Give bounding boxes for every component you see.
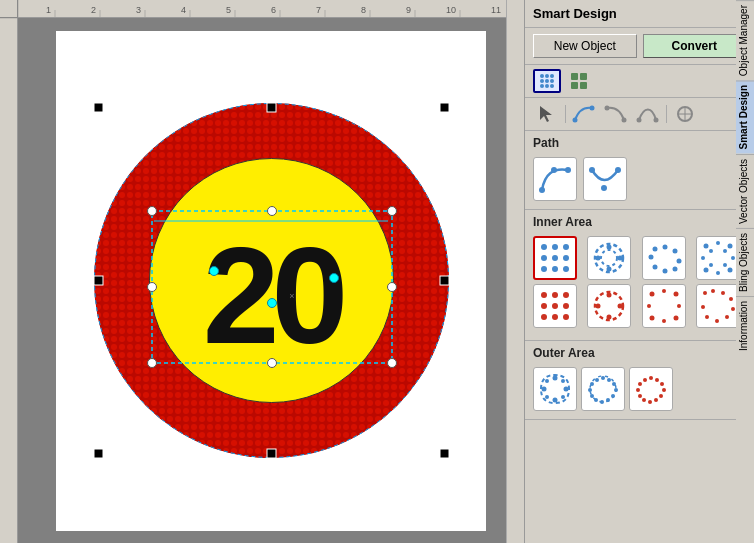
svg-point-94: [601, 250, 617, 266]
inner-pattern-6[interactable]: [587, 284, 631, 328]
ruler-corner: [0, 0, 18, 18]
svg-point-69: [573, 118, 578, 123]
svg-marker-68: [540, 106, 552, 122]
svg-point-161: [612, 382, 616, 386]
svg-point-147: [715, 319, 719, 323]
inner-area-section: Inner Area: [525, 210, 754, 341]
svg-point-56: [545, 74, 549, 78]
svg-point-144: [729, 297, 733, 301]
svg-point-114: [731, 256, 735, 260]
canvas-content[interactable]: 20: [18, 18, 524, 543]
path-tool-icon[interactable]: [634, 102, 662, 126]
outer-area-section: Outer Area: [525, 341, 754, 420]
new-object-button[interactable]: New Object: [533, 34, 637, 58]
tab-object-manager[interactable]: Object Manager: [736, 0, 754, 80]
convert-button[interactable]: Convert: [643, 34, 747, 58]
inner-pattern-3[interactable]: [642, 236, 686, 280]
tab-information[interactable]: Information: [736, 296, 754, 355]
svg-text:×: ×: [289, 291, 294, 301]
svg-point-121: [563, 292, 569, 298]
svg-point-92: [563, 266, 569, 272]
svg-point-140: [677, 304, 681, 308]
tab-vector-objects[interactable]: Vector Objects: [736, 154, 754, 228]
inner-pattern-2[interactable]: [587, 236, 631, 280]
svg-rect-66: [571, 82, 578, 89]
canvas-area: 1 2 3 4 5 6 7 8 9 10 11: [0, 0, 524, 543]
svg-point-108: [727, 244, 732, 249]
inner-pattern-7[interactable]: [642, 284, 686, 328]
outer-pattern-2[interactable]: [581, 367, 625, 411]
svg-point-151: [561, 379, 565, 383]
svg-text:2: 2: [91, 5, 96, 15]
svg-point-166: [594, 398, 598, 402]
svg-rect-38: [94, 449, 103, 458]
path-pattern-2[interactable]: [583, 157, 627, 201]
object-type-icon[interactable]: [565, 69, 593, 93]
svg-point-45: [147, 283, 156, 292]
svg-point-174: [662, 388, 666, 392]
svg-point-118: [723, 263, 727, 267]
svg-point-105: [652, 265, 657, 270]
path-pattern-1[interactable]: [533, 157, 577, 201]
divider-1: [565, 105, 566, 123]
svg-point-160: [607, 378, 611, 382]
svg-rect-65: [580, 73, 587, 80]
svg-point-156: [542, 387, 547, 392]
inner-area-label: Inner Area: [525, 210, 754, 232]
curve-tool-1-icon[interactable]: [570, 102, 598, 126]
tab-bling-objects[interactable]: Bling Objects: [736, 228, 754, 296]
svg-point-154: [553, 398, 558, 403]
svg-point-88: [552, 255, 558, 261]
svg-point-117: [709, 263, 713, 267]
svg-point-148: [705, 315, 709, 319]
svg-point-150: [553, 376, 558, 381]
svg-point-173: [660, 382, 664, 386]
svg-point-47: [147, 359, 156, 368]
svg-rect-67: [580, 82, 587, 89]
speed-sign-container: 20: [94, 103, 449, 458]
svg-point-109: [703, 268, 708, 273]
inner-pattern-5[interactable]: [533, 284, 577, 328]
extra-tool-icon[interactable]: [671, 102, 699, 126]
svg-point-134: [673, 292, 678, 297]
curve-tool-2-icon[interactable]: [602, 102, 630, 126]
inner-pattern-8[interactable]: [696, 284, 740, 328]
svg-point-104: [662, 269, 667, 274]
svg-point-112: [716, 271, 720, 275]
dots-grid-icon[interactable]: [533, 69, 561, 93]
panel-buttons: New Object Convert: [525, 28, 754, 65]
curve-tools-row: [525, 98, 754, 131]
inner-pattern-1[interactable]: [533, 236, 577, 280]
inner-pattern-4[interactable]: [696, 236, 740, 280]
svg-point-130: [618, 304, 623, 309]
svg-point-59: [545, 79, 549, 83]
ruler-left-svg: [0, 18, 18, 538]
svg-point-74: [654, 118, 659, 123]
outer-pattern-1[interactable]: [533, 367, 577, 411]
svg-point-80: [565, 167, 571, 173]
svg-point-107: [703, 244, 708, 249]
svg-point-172: [655, 378, 659, 382]
svg-point-180: [636, 388, 640, 392]
svg-point-168: [588, 388, 592, 392]
svg-point-141: [703, 291, 707, 295]
ruler-top: 1 2 3 4 5 6 7 8 9 10 11: [18, 0, 524, 18]
svg-point-98: [596, 256, 601, 261]
svg-point-143: [721, 291, 725, 295]
svg-point-62: [545, 84, 549, 88]
svg-point-91: [552, 266, 558, 272]
canvas-page: 20: [56, 31, 486, 531]
svg-point-129: [607, 293, 612, 298]
svg-point-95: [607, 245, 612, 250]
svg-point-176: [654, 398, 658, 402]
selection-tool-icon[interactable]: [533, 102, 561, 126]
svg-point-145: [731, 307, 735, 311]
svg-point-61: [540, 84, 544, 88]
svg-point-90: [541, 266, 547, 272]
svg-point-81: [589, 167, 595, 173]
svg-point-87: [541, 255, 547, 261]
svg-point-152: [564, 387, 569, 392]
tab-smart-design[interactable]: Smart Design: [736, 80, 754, 153]
outer-pattern-3[interactable]: [629, 367, 673, 411]
svg-point-175: [659, 394, 663, 398]
